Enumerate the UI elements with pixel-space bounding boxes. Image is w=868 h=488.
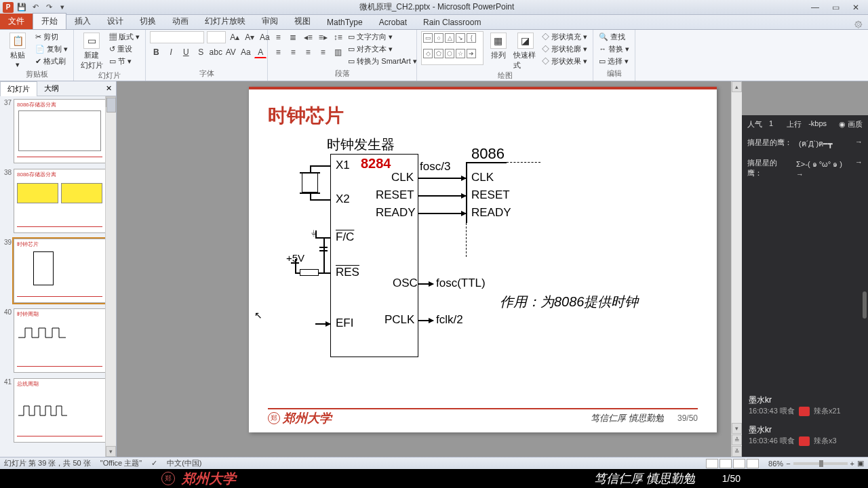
pin-x1: X1 [336,159,350,172]
align-right-button[interactable]: ≡ [302,46,314,58]
shrink-font-button[interactable]: A▾ [243,31,256,43]
tab-view[interactable]: 视图 [286,14,319,29]
thumb-37[interactable]: 378086存储器分离 [0,96,116,166]
view-sorter-button[interactable] [719,459,732,468]
zoom-level[interactable]: 86% [768,460,783,468]
scroll-up-icon[interactable]: ▴ [732,81,742,92]
app-logo[interactable]: P [3,2,14,13]
ribbon-help-icon[interactable]: ۞ [849,20,868,29]
tab-home[interactable]: 开始 [33,13,66,29]
prev-slide-icon[interactable]: ≙ [732,434,742,445]
tab-review[interactable]: 审阅 [254,14,286,29]
new-slide-button[interactable]: ▭新建 幻灯片 [78,31,105,70]
shape-outline-button[interactable]: ◇ 形状轮廓 ▾ [540,43,589,55]
case-button[interactable]: Aa [239,46,252,58]
qat-undo-icon[interactable]: ↶ [30,2,41,13]
font-size-combo[interactable] [207,31,226,43]
thumb-tab-outline[interactable]: 大纲 [37,81,66,96]
tab-insert[interactable]: 插入 [66,14,99,29]
qat-redo-icon[interactable]: ↷ [43,2,54,13]
line-spacing-button[interactable]: ↕≡ [332,31,344,43]
spacing-button[interactable]: AV [224,46,237,58]
cut-button[interactable]: ✂ 剪切 [34,31,69,43]
shape-effects-button[interactable]: ◇ 形状效果 ▾ [540,56,589,67]
next-slide-icon[interactable]: ≚ [732,446,742,457]
thumb-scrollbar[interactable]: ▴▾ [105,96,116,457]
zoom-slider[interactable] [793,462,848,465]
strike-button[interactable]: S [195,46,207,58]
close-button[interactable]: ✕ [846,1,865,14]
sig-fosc3: fosc/3 [420,160,450,174]
status-theme: "Office 主题" [100,458,142,468]
indent-inc-button[interactable]: ≡▸ [317,31,329,43]
thumb-38[interactable]: 388086存储器分离 [0,166,116,236]
italic-button[interactable]: I [165,46,177,58]
arrange-button[interactable]: ▦排列 [486,31,511,60]
slide[interactable]: 时钟芯片 时钟发生器 8284 8086 X1 X2 F/C RES EFI [249,87,717,432]
scroll-down-icon[interactable]: ▾ [732,423,742,434]
replace-button[interactable]: ↔ 替换 ▾ [597,43,631,55]
align-text-button[interactable]: ▭ 对齐文本 ▾ [347,43,418,55]
tab-mathtype[interactable]: MathType [319,16,371,29]
status-language[interactable]: 中文(中国) [167,458,201,468]
minimize-button[interactable]: — [806,1,825,14]
view-slideshow-button[interactable] [747,459,759,468]
font-color-button[interactable]: A [254,46,267,58]
qat-save-icon[interactable]: 💾 [16,2,27,13]
zoom-out-button[interactable]: − [786,460,790,468]
smartart-button[interactable]: ▭ 转换为 SmartArt ▾ [347,56,418,67]
video-page: 1/50 [722,473,741,484]
zoom-in-button[interactable]: + [850,460,854,468]
thumb-41[interactable]: 41总线周期 [0,375,116,445]
tab-animations[interactable]: 动画 [164,14,197,29]
slide-footer: 郑 郑州大学 笃信仁厚 慎思勤勉 39/50 [268,408,698,427]
tab-file[interactable]: 文件 [0,14,33,29]
find-button[interactable]: 🔍 查找 [597,31,631,43]
format-painter-button[interactable]: ✔ 格式刷 [34,56,69,67]
text-direction-button[interactable]: ▭ 文字方向 ▾ [347,31,418,43]
fit-window-button[interactable]: ▣ [857,459,864,468]
align-left-button[interactable]: ≡ [272,46,284,58]
numbering-button[interactable]: ≣ [287,31,299,43]
overlay-scrollbar[interactable] [863,291,867,319]
shadow-button[interactable]: abc [210,46,222,58]
columns-button[interactable]: ▥ [332,46,344,58]
tab-design[interactable]: 设计 [99,14,132,29]
justify-button[interactable]: ≡ [317,46,329,58]
quick-styles-button[interactable]: ◪快速样式 [513,31,538,70]
slide-edit-area[interactable]: 时钟芯片 时钟发生器 8284 8086 X1 X2 F/C RES EFI [117,81,868,457]
paste-button[interactable]: 📋粘贴▾ [4,31,31,69]
view-normal-button[interactable] [706,459,718,468]
maximize-button[interactable]: ▭ [826,1,845,14]
ribbon-tabs: 文件 开始 插入 设计 切换 动画 幻灯片放映 审阅 视图 MathType A… [0,15,868,30]
bullets-button[interactable]: ≡ [272,31,284,43]
reset-button[interactable]: ↺ 重设 [108,43,141,55]
indent-dec-button[interactable]: ◂≡ [302,31,314,43]
underline-button[interactable]: U [180,46,192,58]
select-button[interactable]: ▭ 选择 ▾ [597,56,631,67]
tab-transitions[interactable]: 切换 [132,14,164,29]
thumb-tab-slides[interactable]: 幻灯片 [0,81,37,96]
copy-button[interactable]: 📄 复制 ▾ [34,43,69,55]
record-icon[interactable]: ◉ 画质 [839,119,863,129]
thumb-40[interactable]: 40时钟周期 [0,306,116,375]
shape-fill-button[interactable]: ◇ 形状填充 ▾ [540,31,589,43]
shapes-gallery[interactable]: ▭○△↘{ ◇⬠⬡☆➜ [421,31,483,65]
grow-font-button[interactable]: A▴ [229,31,241,43]
font-family-combo[interactable] [150,31,204,43]
edit-scrollbar[interactable]: ▴ ▾ ≙ ≚ [731,81,742,457]
tab-acrobat[interactable]: Acrobat [371,16,415,29]
tab-slideshow[interactable]: 幻灯片放映 [197,14,254,29]
section-button[interactable]: ▭ 节 ▾ [108,56,141,67]
align-center-button[interactable]: ≡ [287,46,299,58]
view-reading-button[interactable] [733,459,745,468]
qat-customize-icon[interactable]: ▾ [57,2,68,13]
tab-rain-classroom[interactable]: Rain Classroom [415,16,489,29]
thumb-close-icon[interactable]: ✕ [102,84,116,93]
layout-button[interactable]: ▦ 版式 ▾ [108,31,141,43]
status-spellcheck-icon[interactable]: ✓ [151,459,157,468]
thumb-39[interactable]: 39时钟芯片 [0,236,116,306]
thumbnail-pane: 幻灯片 大纲 ✕ 378086存储器分离 388086存储器分离 39时钟芯片 … [0,81,117,457]
bold-button[interactable]: B [150,46,162,58]
thumb-list[interactable]: 378086存储器分离 388086存储器分离 39时钟芯片 40时钟周期 41… [0,96,116,457]
